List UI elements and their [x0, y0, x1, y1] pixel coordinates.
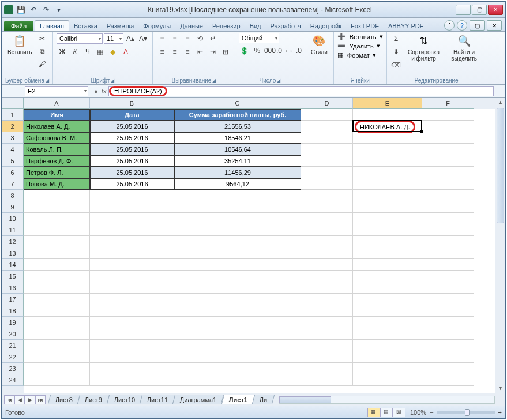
- tab-data[interactable]: Данные: [175, 21, 208, 31]
- cell[interactable]: 21556,53: [174, 121, 301, 132]
- cell[interactable]: [422, 328, 474, 340]
- cell[interactable]: 25.05.2016: [90, 167, 174, 178]
- row-header[interactable]: 1: [2, 109, 24, 121]
- cell[interactable]: [90, 351, 174, 363]
- find-select-button[interactable]: 🔍 Найти и выделить: [446, 33, 483, 63]
- cell[interactable]: [353, 236, 422, 247]
- cell[interactable]: 25.05.2016: [90, 132, 174, 144]
- cell[interactable]: [301, 224, 353, 236]
- cell[interactable]: [90, 201, 174, 213]
- cell[interactable]: 25.05.2016: [90, 155, 174, 167]
- cell[interactable]: [301, 247, 353, 259]
- zoom-level[interactable]: 100%: [410, 409, 426, 416]
- tab-view[interactable]: Вид: [245, 21, 266, 31]
- ribbon-minimize-icon[interactable]: ˄: [444, 20, 455, 31]
- cell[interactable]: [90, 236, 174, 247]
- cell[interactable]: 25.05.2016: [90, 144, 174, 155]
- zoom-slider[interactable]: [437, 411, 495, 414]
- row-header[interactable]: 8: [2, 190, 24, 201]
- row-header[interactable]: 23: [2, 363, 24, 374]
- cell[interactable]: [353, 294, 422, 305]
- sheet-tab[interactable]: Ли: [252, 395, 275, 404]
- align-right-icon[interactable]: ≡: [182, 46, 193, 58]
- cell[interactable]: [174, 374, 301, 386]
- styles-button[interactable]: 🎨 Стили: [309, 33, 330, 57]
- insert-function-icon[interactable]: ●: [94, 88, 98, 95]
- cell[interactable]: [301, 294, 353, 305]
- row-header[interactable]: 18: [2, 305, 24, 317]
- tab-foxit[interactable]: Foxit PDF: [346, 21, 384, 31]
- cell[interactable]: [422, 351, 474, 363]
- workbook-close-button[interactable]: ✕: [487, 20, 502, 31]
- col-header[interactable]: B: [90, 97, 174, 109]
- redo-icon[interactable]: ↷: [41, 5, 51, 15]
- sort-filter-button[interactable]: ⇅ Сортировка и фильтр: [404, 33, 444, 63]
- cell[interactable]: 18546,21: [174, 132, 301, 144]
- cell[interactable]: [301, 213, 353, 224]
- cell[interactable]: [24, 340, 90, 351]
- row-header[interactable]: 12: [2, 236, 24, 247]
- cell[interactable]: [301, 201, 353, 213]
- row-header[interactable]: 9: [2, 201, 24, 213]
- cell[interactable]: [174, 363, 301, 374]
- cell[interactable]: [174, 317, 301, 328]
- col-header[interactable]: F: [422, 97, 474, 109]
- cell[interactable]: [353, 109, 422, 121]
- tab-layout[interactable]: Разметка: [102, 21, 139, 31]
- cell[interactable]: [353, 374, 422, 386]
- tab-developer[interactable]: Разработч: [266, 21, 306, 31]
- horizontal-scrollbar[interactable]: [279, 396, 495, 404]
- cell[interactable]: 35254,11: [174, 155, 301, 167]
- tab-review[interactable]: Рецензир: [208, 21, 245, 31]
- cell[interactable]: [24, 294, 90, 305]
- cell[interactable]: Коваль Л. П.: [24, 144, 90, 155]
- cell[interactable]: [90, 282, 174, 294]
- row-header[interactable]: 2: [2, 121, 24, 132]
- clear-icon[interactable]: ⌫: [390, 59, 402, 71]
- cell[interactable]: [90, 224, 174, 236]
- cell[interactable]: [422, 259, 474, 271]
- row-header[interactable]: 4: [2, 144, 24, 155]
- cell[interactable]: [24, 224, 90, 236]
- sheet-tab[interactable]: Лист11: [140, 395, 176, 404]
- header-cell[interactable]: Дата: [90, 109, 174, 121]
- cell[interactable]: [301, 374, 353, 386]
- row-header[interactable]: 7: [2, 178, 24, 190]
- border-icon[interactable]: ▦: [95, 46, 106, 58]
- sheet-tab[interactable]: Диаграмма1: [172, 395, 224, 404]
- cell[interactable]: [24, 328, 90, 340]
- formula-input[interactable]: =ПРОПИСН(A2): [108, 86, 494, 96]
- tab-home[interactable]: Главная: [35, 20, 69, 31]
- row-header[interactable]: 13: [2, 247, 24, 259]
- cut-icon[interactable]: ✂: [36, 33, 48, 44]
- scroll-up-icon[interactable]: ▲: [495, 97, 505, 107]
- italic-button[interactable]: К: [69, 46, 81, 58]
- cell[interactable]: [353, 190, 422, 201]
- col-header[interactable]: D: [301, 97, 353, 109]
- cell[interactable]: [174, 328, 301, 340]
- cell[interactable]: [422, 374, 474, 386]
- cell[interactable]: [422, 282, 474, 294]
- cell[interactable]: [301, 190, 353, 201]
- format-cells-button[interactable]: ▦ Формат ▾: [337, 51, 383, 59]
- cell[interactable]: [90, 259, 174, 271]
- indent-decrease-icon[interactable]: ⇤: [194, 46, 206, 58]
- cell[interactable]: [353, 328, 422, 340]
- cell[interactable]: [301, 317, 353, 328]
- cell[interactable]: [174, 201, 301, 213]
- cell[interactable]: [90, 374, 174, 386]
- cell[interactable]: [24, 247, 90, 259]
- cell[interactable]: [24, 374, 90, 386]
- copy-icon[interactable]: ⧉: [36, 46, 48, 57]
- cell[interactable]: [24, 363, 90, 374]
- cell[interactable]: [301, 351, 353, 363]
- cell[interactable]: [174, 271, 301, 282]
- cell[interactable]: [24, 282, 90, 294]
- cell[interactable]: [174, 224, 301, 236]
- minimize-button[interactable]: —: [456, 5, 471, 15]
- row-header[interactable]: 14: [2, 259, 24, 271]
- align-middle-icon[interactable]: ≡: [169, 33, 181, 44]
- font-color-icon[interactable]: A: [120, 46, 132, 58]
- underline-button[interactable]: Ч: [82, 46, 93, 58]
- row-header[interactable]: 22: [2, 351, 24, 363]
